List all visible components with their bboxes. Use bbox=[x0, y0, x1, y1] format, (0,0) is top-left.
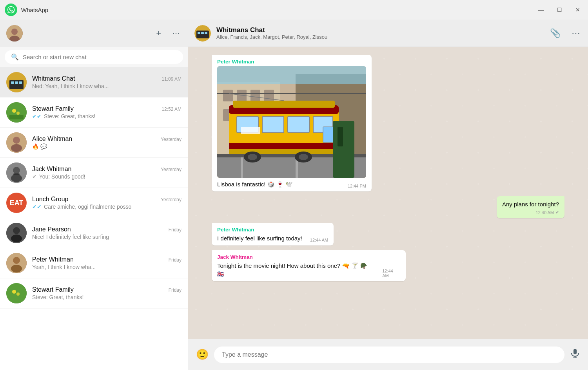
svg-rect-31 bbox=[198, 32, 200, 34]
app-body: + ⋯ 🔍 Whitmans Chat bbox=[0, 20, 588, 370]
chat-item-jack[interactable]: Jack Whitman Yesterday ✔ You: Sounds goo… bbox=[0, 158, 188, 188]
chat-preview-whitmans: Ned: Yeah, I think I know wha... bbox=[32, 83, 181, 89]
chat-menu-button[interactable]: ⋯ bbox=[570, 27, 582, 40]
chat-item-jane[interactable]: Jane Pearson Friday Nice! I definitely f… bbox=[0, 218, 188, 248]
tick-icon-2: ✔ bbox=[555, 210, 559, 215]
tick-icon-stewart: ✔✔ bbox=[32, 113, 42, 119]
new-chat-button[interactable]: + bbox=[154, 27, 163, 40]
chat-item-stewart2[interactable]: Stewart Family Friday Steve: Great, than… bbox=[0, 278, 188, 309]
message-sender-4: Jack Whitman bbox=[217, 254, 400, 260]
chat-preview-alice: 🔥 💬 bbox=[32, 143, 181, 150]
svg-point-22 bbox=[11, 235, 22, 242]
app-title: WhatsApp bbox=[21, 7, 535, 13]
chat-item-whitmans[interactable]: Whitmans Chat 11:09 AM Ned: Yeah, I thin… bbox=[0, 67, 188, 97]
avatar-jane bbox=[6, 223, 27, 243]
avatar-whitmans bbox=[6, 72, 27, 92]
search-input-wrap[interactable]: 🔍 bbox=[5, 50, 183, 64]
user-avatar[interactable] bbox=[6, 25, 23, 42]
close-button[interactable]: ✕ bbox=[572, 5, 583, 14]
svg-point-21 bbox=[13, 227, 20, 234]
chat-time-lunch: Yesterday bbox=[161, 197, 181, 202]
message-sender-3: Peter Whitman bbox=[217, 227, 328, 233]
avatar-alice bbox=[6, 132, 27, 153]
svg-rect-7 bbox=[15, 81, 18, 84]
svg-point-28 bbox=[16, 292, 20, 296]
chat-item-lunch[interactable]: EAT Lunch Group Yesterday ✔✔ Care amiche… bbox=[0, 188, 188, 218]
message-bubble-4: Jack Whitman Tonight is the movie night!… bbox=[212, 250, 406, 281]
attach-button[interactable]: 📎 bbox=[548, 27, 562, 40]
chat-name-alice: Alice Whitman bbox=[32, 135, 72, 143]
chat-header: Whitmans Chat Alice, Francis, Jack, Marg… bbox=[188, 20, 588, 47]
search-input[interactable] bbox=[23, 54, 177, 60]
search-icon: 🔍 bbox=[11, 53, 19, 61]
message-meta-3: 12:44 AM bbox=[310, 238, 328, 242]
message-meta-1: 12:44 PM bbox=[348, 184, 366, 188]
svg-rect-40 bbox=[264, 90, 274, 101]
emoji-button[interactable]: 🙂 bbox=[196, 348, 209, 361]
chat-header-actions: 📎 ⋯ bbox=[548, 27, 582, 40]
message-time-3: 12:44 AM bbox=[310, 238, 328, 242]
chat-preview-lunch: ✔✔ Care amiche, oggi finalmente posso bbox=[32, 204, 181, 210]
message-bubble-3: Peter Whitman I definitely feel like sur… bbox=[212, 223, 334, 245]
minimize-button[interactable]: — bbox=[535, 5, 547, 14]
avatar-stewart bbox=[6, 102, 27, 123]
message-meta-2: 12:40 AM ✔ bbox=[502, 210, 559, 215]
chat-time-stewart: 12:52 AM bbox=[162, 106, 181, 112]
message-input[interactable] bbox=[214, 347, 564, 363]
svg-rect-70 bbox=[573, 349, 577, 354]
chat-info-alice: Alice Whitman Yesterday 🔥 💬 bbox=[32, 135, 181, 150]
chat-item-alice[interactable]: Alice Whitman Yesterday 🔥 💬 bbox=[0, 128, 188, 158]
chat-item-stewart[interactable]: Stewart Family 12:52 AM ✔✔ Steve: Great,… bbox=[0, 97, 188, 128]
svg-rect-33 bbox=[205, 32, 207, 34]
svg-rect-52 bbox=[262, 116, 284, 133]
svg-point-9 bbox=[6, 102, 27, 123]
svg-rect-46 bbox=[241, 155, 243, 178]
chat-header-name: Whitmans Chat bbox=[216, 26, 543, 34]
chat-item-peter[interactable]: Peter Whitman Friday Yeah, I think I kno… bbox=[0, 248, 188, 278]
message-text-4: Tonight is the movie night! How about th… bbox=[217, 262, 374, 278]
chat-info-jack: Jack Whitman Yesterday ✔ You: Sounds goo… bbox=[32, 166, 181, 180]
svg-point-11 bbox=[16, 112, 20, 115]
svg-point-15 bbox=[11, 144, 22, 152]
svg-point-10 bbox=[12, 109, 16, 113]
svg-rect-43 bbox=[217, 66, 366, 84]
menu-button[interactable]: ⋯ bbox=[171, 27, 181, 40]
chat-preview-stewart: ✔✔ Steve: Great, thanks! bbox=[32, 113, 181, 119]
message-meta-4: 12:44 AM bbox=[382, 269, 400, 278]
svg-rect-66 bbox=[333, 121, 354, 178]
chat-name-whitmans: Whitmans Chat bbox=[32, 75, 75, 82]
chat-name-stewart: Stewart Family bbox=[32, 105, 74, 112]
chat-name-lunch: Lunch Group bbox=[32, 196, 69, 203]
chat-info-peter: Peter Whitman Friday Yeah, I think I kno… bbox=[32, 256, 181, 270]
chat-preview-peter: Yeah, I think I know wha... bbox=[32, 264, 181, 270]
voice-button[interactable] bbox=[570, 348, 580, 361]
chat-list: Whitmans Chat 11:09 AM Ned: Yeah, I thin… bbox=[0, 67, 188, 370]
chat-time-whitmans: 11:09 AM bbox=[162, 76, 181, 82]
svg-point-61 bbox=[299, 154, 308, 160]
chat-time-jane: Friday bbox=[169, 227, 181, 233]
message-sender-1: Peter Whitman bbox=[217, 59, 366, 65]
message-text-3: I definitely feel like surfing today! bbox=[217, 234, 302, 242]
titlebar: WhatsApp — ☐ ✕ bbox=[0, 0, 588, 20]
chat-name-jane: Jane Pearson bbox=[32, 226, 71, 233]
chat-time-jack: Yesterday bbox=[161, 167, 181, 172]
svg-point-2 bbox=[11, 29, 18, 35]
message-time-2: 12:40 AM bbox=[536, 210, 554, 215]
svg-rect-65 bbox=[241, 127, 260, 134]
svg-rect-53 bbox=[288, 116, 309, 133]
messages-area: Peter Whitman bbox=[188, 47, 588, 339]
message-bubble-2: Any plans for tonight? 12:40 AM ✔ bbox=[497, 196, 564, 218]
chat-time-stewart2: Friday bbox=[169, 287, 181, 293]
svg-rect-32 bbox=[201, 32, 204, 34]
message-bubble-1: Peter Whitman bbox=[212, 55, 372, 191]
sidebar-header-actions: + ⋯ bbox=[154, 27, 181, 40]
chat-info-whitmans: Whitmans Chat 11:09 AM Ned: Yeah, I thin… bbox=[32, 75, 181, 89]
chat-area: Whitmans Chat Alice, Francis, Jack, Marg… bbox=[188, 20, 588, 370]
sidebar: + ⋯ 🔍 Whitmans Chat bbox=[0, 20, 188, 370]
maximize-button[interactable]: ☐ bbox=[554, 5, 565, 14]
tick-icon-jack: ✔ bbox=[32, 173, 37, 180]
whatsapp-logo-icon bbox=[5, 4, 17, 16]
svg-rect-67 bbox=[338, 127, 343, 146]
svg-point-26 bbox=[6, 283, 27, 303]
chat-header-avatar[interactable] bbox=[194, 25, 211, 42]
